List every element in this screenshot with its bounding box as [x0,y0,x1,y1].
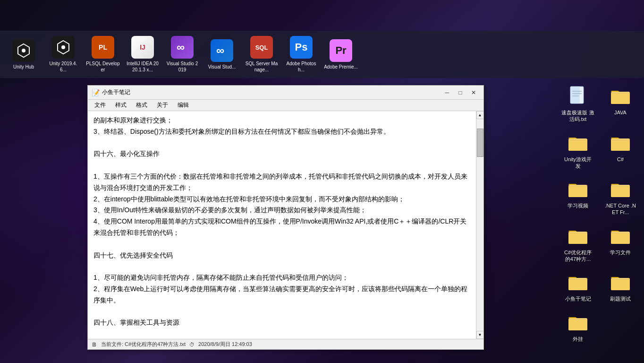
notepad-window: 📝 小鱼干笔记 ─ □ ✕ 文件样式格式关于编辑 的副本和原对象进行交换； 3、… [87,85,484,350]
minimize-button[interactable]: ─ [441,87,453,98]
taskbar-icon-plsql: PL [92,36,114,59]
desktop-icon-label-study-file: 学习文件 [610,249,631,256]
taskbar-item-unity[interactable]: Unity 2019.4.6... [44,33,82,76]
taskbar-item-vs2019[interactable]: ∞Visual Studio 2019 [163,33,201,76]
desktop-icon-img-csharp-opt [567,225,589,247]
window-titlebar: 📝 小鱼干笔记 ─ □ ✕ [88,86,483,100]
scrollbar-vertical[interactable]: ▲ ▼ [476,111,483,339]
svg-rect-28 [568,233,587,244]
svg-rect-37 [611,280,630,290]
desktop-icon-csharp-opt[interactable]: C#优化程序 的47种方... [559,223,597,265]
taskbar-icon-premiere: Pr [330,39,352,62]
desktop-icon-img-plugin [567,311,589,334]
window-menubar: 文件样式格式关于编辑 [88,100,483,111]
taskbar-item-unity-hub[interactable]: Unity Hub [5,33,42,76]
window-content: 的副本和原对象进行交换； 3、终结器、Dispose()方法和委托对象所绑定的目… [88,111,483,339]
taskbar-item-photoshop[interactable]: PsAdobe Photosh... [282,33,320,76]
svg-point-1 [22,49,25,52]
svg-text:∞: ∞ [216,44,224,57]
svg-rect-25 [611,187,630,197]
taskbar-item-vs-stud[interactable]: ∞Visual Stud... [203,33,241,76]
svg-rect-34 [568,280,587,290]
desktop-icon-speed-activate[interactable]: 速盘极速版 激活码.txt [559,83,597,125]
desktop-icon-img-unity-game [567,131,589,154]
svg-rect-19 [611,140,630,151]
status-file-path: 当前文件: C#优化程序的47种方法.txt [101,341,186,348]
desktop-icon-study-video[interactable]: 学习视频 [559,176,597,218]
svg-rect-31 [611,233,630,244]
taskbar-item-sql[interactable]: SQLSQL Server Manage... [243,33,280,76]
desktop-icon-label-plugin: 外挂 [573,336,583,342]
desktop-icon-label-xiaoyu-notes: 小鱼干笔记 [565,295,591,302]
scroll-up-arrow[interactable]: ▲ [476,111,484,119]
taskbar-label-photoshop: Adobe Photosh... [284,60,318,73]
taskbar-label-vs-stud: Visual Stud... [208,64,236,70]
taskbar-item-premiere[interactable]: PrAdobe Premie... [322,33,360,76]
desktop-icon-plugin[interactable]: 外挂 [559,309,597,344]
desktop-icon-img-hard-test [609,271,632,294]
close-button[interactable]: ✕ [467,87,480,98]
desktop-icon-csharp[interactable]: C# [602,130,639,172]
status-file-icon: 🗎 [92,341,97,348]
svg-rect-22 [568,187,587,197]
taskbar-icon-vs-stud: ∞ [211,39,233,62]
desktop-icon-net-core[interactable]: .NET Core .NET Fr... [602,176,639,218]
svg-rect-7 [570,86,580,104]
desktop-icon-java[interactable]: JAVA [602,83,639,125]
svg-rect-40 [568,320,587,330]
taskbar-item-plsql[interactable]: PLPLSQL Developer [84,33,122,76]
desktop-icon-study-file[interactable]: 学习文件 [602,223,639,265]
svg-text:∞: ∞ [177,41,185,53]
taskbar-icon-photoshop: Ps [290,36,313,59]
svg-rect-13 [611,94,630,104]
desktop-icon-label-hard-test: 刷题测试 [610,295,631,302]
window-statusbar: 🗎 当前文件: C#优化程序的47种方法.txt ⏱ 2020/8/9/周日 1… [88,339,483,349]
desktop-icon-label-java: JAVA [614,109,627,116]
taskbar-icon-vs2019: ∞ [171,36,194,59]
desktop-icon-img-study-file [609,225,632,247]
taskbar-icon-intellij: IJ [131,36,154,59]
desktop-icon-hard-test[interactable]: 刷题测试 [602,269,639,304]
taskbar-label-intellij: IntelliJ IDEA 2020.1.3 x... [126,60,160,73]
taskbar-icon-sql: SQL [250,36,273,59]
desktop-icon-img-java [609,85,632,107]
desktop-icon-img-csharp [609,131,632,154]
svg-point-3 [61,45,65,49]
desktop-icons-area: 速盘极速版 激活码.txt JAVA Unity游戏开 [559,83,639,344]
taskbar-label-vs2019: Visual Studio 2019 [165,60,199,73]
scroll-down-arrow[interactable]: ▼ [476,331,484,339]
svg-rect-16 [568,140,587,151]
taskbar-label-unity: Unity 2019.4.6... [46,60,80,73]
window-title-text: 小鱼干笔记 [102,88,441,96]
window-title-icon: 📝 [92,89,99,96]
menu-item-格式[interactable]: 格式 [131,100,152,110]
desktop-icon-label-csharp-opt: C#优化程序 的47种方... [561,249,595,263]
taskbar-label-premiere: Adobe Premie... [324,64,358,70]
desktop-icon-label-speed-activate: 速盘极速版 激活码.txt [561,109,595,123]
maximize-button[interactable]: □ [454,87,466,98]
desktop-icon-xiaoyu-notes[interactable]: 小鱼干笔记 [559,269,597,304]
menu-item-编辑[interactable]: 编辑 [173,100,194,110]
text-area[interactable]: 的副本和原对象进行交换； 3、终结器、Dispose()方法和委托对象所绑定的目… [88,111,476,339]
desktop-icon-img-net-core [609,178,632,200]
desktop-icon-img-xiaoyu-notes [567,271,589,294]
taskbar-icon-unity [52,36,75,59]
desktop-icon-label-net-core: .NET Core .NET Fr... [603,202,637,216]
taskbar-label-plsql: PLSQL Developer [86,60,120,73]
taskbar-label-unity-hub: Unity Hub [13,64,34,70]
desktop-icon-label-unity-game: Unity游戏开 发 [561,156,595,170]
status-clock-icon: ⏱ [189,342,195,347]
desktop-icon-unity-game[interactable]: Unity游戏开 发 [559,130,597,172]
taskbar-icon-unity-hub [12,39,35,62]
menu-item-文件[interactable]: 文件 [90,100,110,110]
desktop-icon-label-csharp: C# [617,156,624,163]
menu-item-关于[interactable]: 关于 [152,100,173,110]
desktop-icon-img-speed-activate [567,85,589,107]
menu-item-样式[interactable]: 样式 [110,100,131,110]
window-controls: ─ □ ✕ [441,87,480,98]
taskbar-item-intellij[interactable]: IJIntelliJ IDEA 2020.1.3 x... [124,33,161,76]
taskbar-label-sql: SQL Server Manage... [245,60,279,73]
desktop-icon-label-study-video: 学习视频 [568,202,588,209]
scroll-thumb[interactable] [477,129,483,157]
desktop-icon-img-study-video [567,178,589,200]
